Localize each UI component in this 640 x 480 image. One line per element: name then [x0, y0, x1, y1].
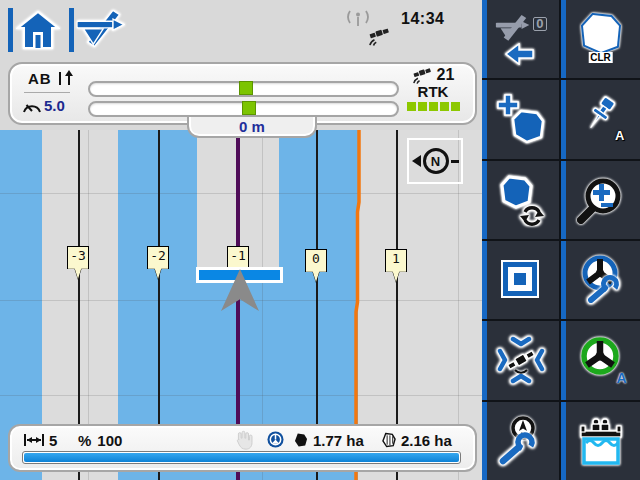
gps-drift-correction-icon	[495, 334, 547, 386]
area-worked-icon	[294, 432, 308, 448]
satellite-icon	[412, 66, 432, 84]
guidance-mode-label: AB	[28, 70, 52, 87]
north-pointer-icon	[412, 155, 421, 167]
water-tank-button[interactable]	[561, 402, 640, 480]
steering-settings-button[interactable]	[561, 241, 640, 319]
back-implement-button[interactable]: 0	[482, 0, 559, 78]
satellite-count: 21	[437, 66, 455, 84]
zoom-icon	[575, 174, 627, 226]
deviation-slider-fine	[88, 101, 399, 117]
implement-icon	[77, 10, 125, 50]
steering-settings-icon	[575, 254, 627, 306]
correction-mode-label: RTK	[397, 84, 469, 99]
switch-field-button[interactable]	[482, 161, 559, 239]
accent-bar	[69, 8, 74, 52]
status-bar: 5 % 100 1.77 ha 2.	[8, 424, 477, 472]
speed-gauge-icon	[22, 99, 42, 113]
progress-fill	[24, 453, 459, 462]
signal-strength-bars	[397, 102, 469, 111]
deviation-value: 0 m	[239, 118, 265, 135]
track-flag-label: -1	[227, 249, 249, 263]
track-flag: -2	[147, 246, 169, 280]
back-arrow-icon	[505, 43, 535, 65]
track-flag-label: 0	[305, 252, 327, 266]
water-tank-icon	[575, 415, 627, 467]
area-worked-value: 1.77 ha	[313, 432, 364, 449]
ab-line-icon	[56, 70, 76, 87]
add-field-icon	[495, 93, 547, 145]
record-frame-icon	[495, 254, 547, 306]
simulated-speed-value: 5.0	[44, 97, 65, 114]
compass-settings-icon: N	[495, 415, 547, 467]
autosteer-a-label: A	[616, 370, 626, 386]
coverage-percent-symbol: %	[78, 432, 91, 449]
slider-marker	[242, 101, 256, 115]
working-width-value: 5	[49, 432, 57, 449]
softkey-sidebar: 0 CLR	[482, 0, 640, 480]
progress-track	[22, 451, 461, 464]
north-dash	[451, 160, 459, 163]
divider	[24, 92, 70, 93]
switch-field-icon	[495, 174, 547, 226]
accent-bar	[8, 8, 13, 52]
deviation-slider-coarse	[88, 81, 399, 97]
track-flag-label: -2	[147, 249, 169, 263]
track-flag: 1	[385, 249, 407, 283]
clear-field-button[interactable]: CLR	[561, 0, 640, 78]
coverage-percent-value: 100	[97, 432, 122, 449]
track-flag: -3	[67, 246, 89, 280]
add-field-button[interactable]	[482, 80, 559, 158]
slider-marker	[239, 81, 253, 95]
manual-mode-hand-icon	[232, 429, 254, 451]
north-indicator: N	[407, 138, 463, 184]
guidance-panel: AB 5.0	[8, 62, 477, 125]
satellite-icon	[368, 26, 390, 46]
record-frame-button[interactable]	[482, 241, 559, 319]
terminal-screen: 14:34 AB 5.0	[0, 0, 640, 480]
track-flag: 0	[305, 249, 327, 283]
zoom-button[interactable]	[561, 161, 640, 239]
home-button[interactable]	[8, 7, 60, 53]
area-total-value: 2.16 ha	[401, 432, 452, 449]
gps-antenna-icon	[346, 10, 370, 27]
autosteer-engage-button[interactable]: A	[561, 321, 640, 399]
track-flag-label: -3	[67, 249, 89, 263]
back-implement-icon: 0	[495, 13, 547, 65]
clock: 14:34	[401, 10, 444, 28]
point-a-pin-icon: A	[575, 93, 627, 145]
set-point-a-button[interactable]: A	[561, 80, 640, 158]
point-a-label: A	[615, 128, 624, 143]
home-icon	[16, 8, 60, 52]
implement-button[interactable]	[69, 7, 125, 53]
track-flag-label: 1	[385, 252, 407, 266]
working-width-icon	[24, 434, 44, 446]
north-label: N	[431, 154, 440, 169]
area-total-icon	[382, 432, 396, 448]
compass-settings-button[interactable]: N	[482, 402, 559, 480]
autosteer-icon: A	[575, 334, 627, 386]
deviation-tab: 0 m	[187, 117, 317, 138]
gps-drift-correction-button[interactable]	[482, 321, 559, 399]
clear-field-label: CLR	[588, 52, 613, 63]
implement-count-badge: 0	[533, 17, 546, 31]
steering-status-icon	[267, 431, 284, 448]
clear-field-icon: CLR	[575, 13, 627, 65]
